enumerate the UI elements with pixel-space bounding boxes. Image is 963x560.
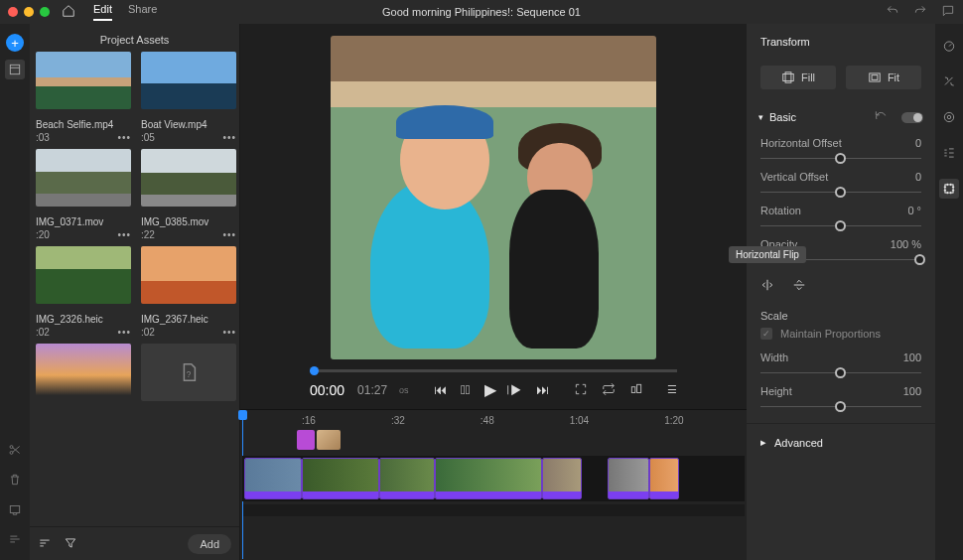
- width-slider[interactable]: [760, 365, 921, 379]
- basic-section-header[interactable]: ▾ Basic: [747, 101, 935, 133]
- timeline-clip[interactable]: [244, 458, 302, 499]
- tab-edit[interactable]: Edit: [93, 3, 112, 21]
- effects-icon[interactable]: [939, 71, 959, 91]
- horizontal-flip-icon[interactable]: [760, 278, 774, 294]
- list-settings-icon[interactable]: [8, 532, 22, 548]
- speed-icon[interactable]: [939, 36, 959, 56]
- asset-item[interactable]: IMG_2367.heic:02•••: [141, 246, 236, 338]
- overlay-clip[interactable]: [317, 430, 341, 450]
- h-offset-value[interactable]: 0: [915, 137, 921, 149]
- redo-icon[interactable]: [913, 4, 927, 20]
- asset-item[interactable]: IMG_0385.mov:22•••: [141, 149, 236, 240]
- asset-item[interactable]: Boat View.mp4:05•••: [141, 52, 236, 143]
- asset-thumbnail[interactable]: [141, 246, 236, 304]
- timeline[interactable]: :16:32:481:041:20: [240, 409, 747, 560]
- filter-icon[interactable]: [64, 536, 77, 552]
- fit-button[interactable]: Fit: [846, 66, 921, 89]
- timeline-clip[interactable]: [649, 458, 679, 499]
- timeline-clip[interactable]: [542, 458, 582, 499]
- timeline-clip[interactable]: [435, 458, 542, 499]
- width-value[interactable]: 100: [903, 351, 921, 363]
- play-icon[interactable]: ▶: [484, 380, 496, 399]
- asset-thumbnail[interactable]: [36, 344, 131, 401]
- timeline-clip[interactable]: [608, 458, 649, 499]
- v-offset-value[interactable]: 0: [915, 171, 921, 183]
- advanced-section-header[interactable]: ▸ Advanced: [747, 423, 935, 461]
- reset-icon[interactable]: [874, 109, 888, 125]
- maximize-window-button[interactable]: [40, 7, 50, 17]
- asset-item[interactable]: [36, 344, 131, 401]
- upper-track[interactable]: [242, 430, 745, 452]
- asset-item-unknown[interactable]: ?: [141, 344, 236, 401]
- quality-icon[interactable]: [629, 382, 643, 398]
- asset-menu-icon[interactable]: •••: [117, 229, 131, 240]
- svg-rect-10: [872, 75, 878, 80]
- basic-toggle[interactable]: [901, 112, 923, 123]
- go-to-end-icon[interactable]: ⏭: [536, 382, 549, 397]
- vertical-flip-icon[interactable]: [792, 278, 806, 294]
- asset-thumbnail[interactable]: [36, 246, 131, 304]
- asset-thumbnail[interactable]: [36, 149, 131, 207]
- timecode-current[interactable]: 00:00: [310, 382, 344, 398]
- asset-thumbnail[interactable]: [141, 149, 236, 207]
- height-value[interactable]: 100: [903, 385, 921, 397]
- rotation-slider[interactable]: [760, 218, 921, 232]
- left-rail: +: [0, 24, 30, 560]
- maintain-proportions-row[interactable]: ✓ Maintain Proportions: [747, 326, 935, 348]
- svg-point-12: [944, 112, 953, 121]
- titlebar: Edit Share Good morning Philippines!: Se…: [0, 0, 963, 24]
- lower-track[interactable]: [242, 504, 745, 516]
- fullscreen-icon[interactable]: [574, 382, 588, 398]
- audio-clip[interactable]: [297, 430, 315, 450]
- asset-thumbnail[interactable]: [141, 52, 236, 109]
- timeline-ruler[interactable]: :16:32:481:041:20: [240, 410, 747, 430]
- transform-icon[interactable]: [939, 179, 959, 199]
- asset-menu-icon[interactable]: •••: [117, 132, 131, 143]
- timecode-suffix: os: [399, 385, 409, 395]
- minimize-window-button[interactable]: [24, 7, 34, 17]
- ruler-tick: 1:04: [570, 415, 589, 426]
- timeline-clip[interactable]: [302, 458, 379, 499]
- opacity-value[interactable]: 100 %: [891, 238, 921, 250]
- asset-thumbnail[interactable]: [36, 52, 131, 109]
- fill-button[interactable]: Fill: [760, 66, 836, 89]
- tab-share[interactable]: Share: [128, 3, 157, 21]
- color-icon[interactable]: [939, 107, 959, 127]
- scissors-icon[interactable]: [8, 443, 22, 459]
- video-frame[interactable]: [331, 36, 656, 359]
- loop-icon[interactable]: [602, 382, 616, 398]
- v-offset-slider[interactable]: [760, 185, 921, 199]
- h-offset-slider[interactable]: [760, 151, 921, 165]
- step-back-icon[interactable]: ◀⃒: [461, 382, 471, 397]
- undo-icon[interactable]: [886, 4, 899, 20]
- export-icon[interactable]: [8, 502, 22, 518]
- timeline-clip[interactable]: [379, 458, 435, 499]
- checkbox-icon[interactable]: ✓: [760, 328, 772, 340]
- home-icon[interactable]: [62, 4, 75, 20]
- add-button[interactable]: Add: [188, 534, 231, 554]
- close-window-button[interactable]: [8, 7, 18, 17]
- asset-menu-icon[interactable]: •••: [222, 229, 236, 240]
- trash-icon[interactable]: [8, 473, 22, 489]
- ruler-tick: :16: [302, 415, 316, 426]
- rotation-value[interactable]: 0 °: [907, 205, 921, 216]
- asset-item[interactable]: IMG_2326.heic:02•••: [36, 246, 131, 338]
- monitor-scrubber[interactable]: [310, 369, 677, 372]
- asset-menu-icon[interactable]: •••: [222, 132, 236, 143]
- asset-item[interactable]: IMG_0371.mov:20•••: [36, 149, 131, 240]
- step-forward-icon[interactable]: ⃒▶: [510, 382, 522, 398]
- asset-menu-icon[interactable]: •••: [117, 327, 131, 338]
- go-to-start-icon[interactable]: ⏮: [434, 382, 447, 397]
- audio-icon[interactable]: [939, 143, 959, 163]
- playhead-icon[interactable]: [310, 366, 319, 375]
- sort-icon[interactable]: [38, 536, 52, 552]
- monitor-menu-icon[interactable]: ☰: [667, 383, 677, 396]
- video-track[interactable]: [242, 456, 745, 501]
- project-panel-icon[interactable]: [5, 60, 25, 79]
- asset-item[interactable]: Beach Selfie.mp4:03•••: [36, 52, 131, 143]
- feedback-icon[interactable]: [941, 4, 955, 20]
- svg-point-11: [944, 42, 953, 51]
- asset-menu-icon[interactable]: •••: [222, 327, 236, 338]
- add-media-button[interactable]: +: [6, 34, 24, 52]
- height-slider[interactable]: [760, 399, 921, 413]
